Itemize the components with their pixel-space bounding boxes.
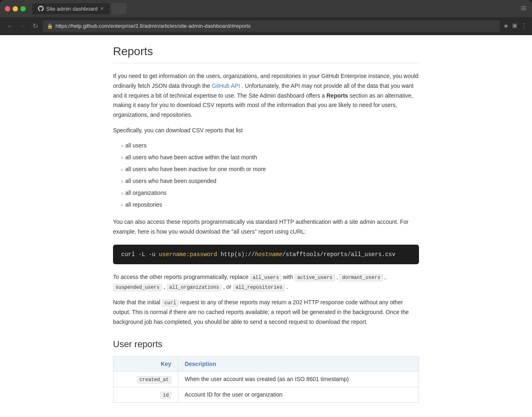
- table-cell-key: id: [113, 387, 178, 403]
- list-item-text: all organizations: [125, 189, 166, 197]
- close-button[interactable]: [5, 6, 10, 11]
- access-comma-1: ,: [337, 274, 338, 280]
- csv-list: › all users › all users who have been ac…: [121, 141, 419, 209]
- access-text-6: , or: [223, 283, 233, 290]
- content-wrapper: Reports If you need to get information o…: [97, 35, 435, 417]
- new-tab-button[interactable]: [111, 3, 126, 14]
- list-item-text: all repositories: [125, 201, 162, 209]
- titlebar: Site admin dashboard ✕: [0, 0, 532, 17]
- url-text: https://help.github.com/enterprise/2.8/a…: [55, 23, 250, 29]
- tab-close-button[interactable]: ✕: [100, 6, 104, 11]
- list-item: › all users who have been suspended: [121, 177, 419, 185]
- list-item: › all users who have been inactive for o…: [121, 165, 419, 174]
- code-all-organizations: all_organizations: [167, 284, 222, 291]
- code-curl-command: curl -L -u: [121, 251, 159, 258]
- specifically-paragraph: Specifically, you can download CSV repor…: [113, 126, 419, 136]
- table-cell-description: Account ID for the user or organization: [178, 387, 419, 403]
- table-body: created_at When the user account was cre…: [113, 372, 419, 403]
- list-item-text: all users who have been inactive for one…: [125, 165, 266, 174]
- list-item: › all users: [121, 141, 419, 150]
- code-space: http(s)://: [217, 251, 255, 258]
- access-paragraph: To access the other reports programmatic…: [113, 272, 419, 292]
- list-item: › all users who have been active within …: [121, 153, 419, 162]
- access-comma-2: ,: [384, 274, 386, 280]
- toolbar-right: ★ ▣ ⋮: [503, 22, 527, 30]
- key-created-at: created_at: [137, 376, 171, 384]
- code-username-password: username:password: [159, 251, 217, 258]
- table-cell-description: When the user account was created (as an…: [178, 372, 419, 387]
- table-cell-key: created_at: [113, 372, 178, 387]
- cast-icon[interactable]: ▣: [512, 22, 517, 30]
- github-favicon: [38, 6, 44, 11]
- addressbar: ← → ↻ 🔒 https://help.github.com/enterpri…: [0, 17, 532, 35]
- bookmark-icon[interactable]: ★: [503, 22, 509, 30]
- chevron-icon: ›: [121, 142, 123, 149]
- curl-note-text-1: Note that the initial: [113, 299, 160, 306]
- tab-bar: Site admin dashboard ✕: [32, 3, 516, 14]
- access-text-2: with: [283, 274, 295, 280]
- user-reports-table: Key Description created_at When the user…: [113, 356, 419, 403]
- reload-button[interactable]: ↻: [31, 20, 40, 31]
- list-item-text: all users: [125, 141, 146, 150]
- table-col-description: Description: [178, 357, 419, 372]
- reports-bold: Reports: [326, 92, 348, 99]
- url-bar[interactable]: 🔒 https://help.github.com/enterprise/2.8…: [43, 20, 500, 32]
- url-display: https://help.github.com/enterprise/2.8/a…: [55, 23, 250, 29]
- minimize-button[interactable]: [13, 6, 18, 11]
- list-item-text: all users who have been suspended: [125, 177, 216, 185]
- chevron-icon: ›: [121, 166, 123, 173]
- access-comma-3: ,: [164, 283, 165, 290]
- active-tab[interactable]: Site admin dashboard ✕: [32, 3, 110, 14]
- user-reports-title: User reports: [113, 339, 419, 350]
- chevron-icon: ›: [121, 154, 123, 161]
- programmatic-paragraph: You can also access these reports progra…: [113, 217, 419, 237]
- access-text-7: .: [286, 283, 288, 290]
- code-dormant-users: dormant_users: [339, 274, 383, 281]
- table-header: Key Description: [113, 357, 419, 372]
- intro-paragraph-1: If you need to get information on the us…: [113, 71, 419, 120]
- table-row: id Account ID for the user or organizati…: [113, 387, 419, 403]
- traffic-lights: [5, 6, 26, 11]
- tab-title: Site admin dashboard: [46, 6, 98, 12]
- curl-note-paragraph: Note that the initial curl request to an…: [113, 298, 419, 327]
- code-suspended-users: suspended_users: [113, 284, 162, 291]
- page-content: Reports If you need to get information o…: [0, 35, 532, 417]
- page-title: Reports: [113, 45, 419, 63]
- forward-button[interactable]: →: [18, 21, 28, 31]
- toolbar-icons: [520, 4, 527, 13]
- key-id: id: [160, 392, 171, 399]
- code-path: /stafftools/reports/all_users.csv: [282, 251, 395, 258]
- code-curl-inline: curl: [162, 299, 179, 307]
- back-button[interactable]: ←: [5, 21, 15, 31]
- curl-code-block: curl -L -u username:password http(s)://h…: [113, 245, 419, 264]
- lock-icon: 🔒: [47, 23, 53, 29]
- chevron-icon: ›: [121, 201, 123, 209]
- table-header-row: Key Description: [113, 357, 419, 372]
- code-hostname: hostname: [255, 251, 282, 258]
- table-row: created_at When the user account was cre…: [113, 372, 419, 387]
- access-text-1: To access the other reports programmatic…: [113, 274, 248, 280]
- browser-window: Site admin dashboard ✕ ← → ↻ 🔒 https://h…: [0, 0, 532, 417]
- maximize-button[interactable]: [20, 6, 26, 11]
- code-all-repositories: all_repositories: [233, 284, 285, 291]
- code-active-users: active_users: [295, 274, 335, 281]
- code-all-users: all_users: [250, 274, 282, 281]
- chevron-icon: ›: [121, 178, 123, 185]
- chevron-icon: ›: [121, 190, 123, 197]
- list-item: › all organizations: [121, 189, 419, 197]
- list-item-text: all users who have been active within th…: [125, 153, 257, 162]
- github-api-link[interactable]: GitHub API: [212, 83, 240, 89]
- menu-icon[interactable]: [520, 4, 527, 12]
- table-col-key: Key: [113, 357, 178, 372]
- list-item: › all repositories: [121, 201, 419, 209]
- more-icon[interactable]: ⋮: [521, 22, 527, 30]
